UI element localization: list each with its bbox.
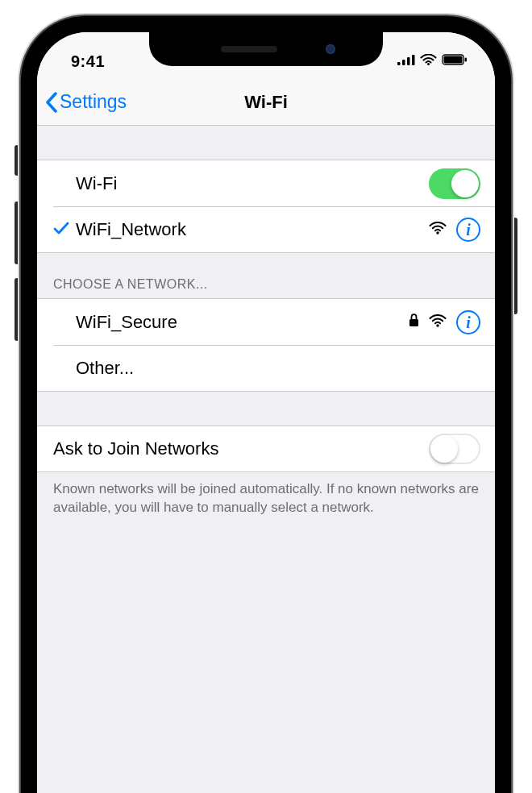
svg-point-10 [436,324,438,326]
network-row[interactable]: WiFi_Secure i [37,298,495,345]
phone-frame: 9:41 Settings Wi-Fi [21,16,511,793]
status-icons [397,54,468,69]
cellular-icon [397,54,415,69]
ask-to-join-switch[interactable] [429,434,480,464]
svg-rect-0 [397,62,401,65]
status-time: 9:41 [71,52,105,71]
svg-rect-3 [412,55,415,65]
back-label: Settings [60,91,127,113]
silence-switch [15,145,19,176]
power-button [513,218,517,314]
content: Wi-Fi WiFi_Network i CHOOSE A NETWORK... [37,126,495,517]
front-camera [326,44,335,54]
info-button[interactable]: i [456,310,480,334]
connected-network-row[interactable]: WiFi_Network i [37,206,495,253]
chevron-left-icon [45,92,58,113]
wifi-signal-icon [429,314,447,330]
nav-bar: Settings Wi-Fi [37,79,495,126]
notch [149,32,383,66]
battery-icon [442,54,468,69]
svg-rect-9 [409,319,418,326]
ask-to-join-row[interactable]: Ask to Join Networks [37,426,495,472]
wifi-signal-icon [429,222,447,238]
lock-icon [409,313,419,330]
info-button[interactable]: i [456,218,480,242]
ask-to-join-label: Ask to Join Networks [53,438,429,459]
wifi-toggle-label: Wi-Fi [76,173,429,194]
choose-network-header: CHOOSE A NETWORK... [37,253,495,298]
back-button[interactable]: Settings [37,91,127,113]
other-network-row[interactable]: Other... [37,345,495,392]
speaker-grille [221,46,277,52]
svg-rect-7 [465,58,468,62]
volume-up-button [15,201,19,264]
wifi-icon [420,54,437,69]
network-name: WiFi_Secure [76,312,409,333]
volume-down-button [15,278,19,341]
screen: 9:41 Settings Wi-Fi [37,32,495,793]
wifi-toggle-row[interactable]: Wi-Fi [37,160,495,206]
svg-rect-6 [444,56,463,64]
checkmark-icon [53,221,76,239]
wifi-toggle-switch[interactable] [429,168,480,199]
ask-to-join-footer: Known networks will be joined automatica… [37,472,495,517]
svg-rect-1 [402,60,405,65]
connected-network-name: WiFi_Network [76,219,429,240]
svg-rect-2 [407,57,410,65]
svg-point-4 [427,63,430,65]
other-label: Other... [76,358,480,379]
svg-point-8 [436,231,438,234]
